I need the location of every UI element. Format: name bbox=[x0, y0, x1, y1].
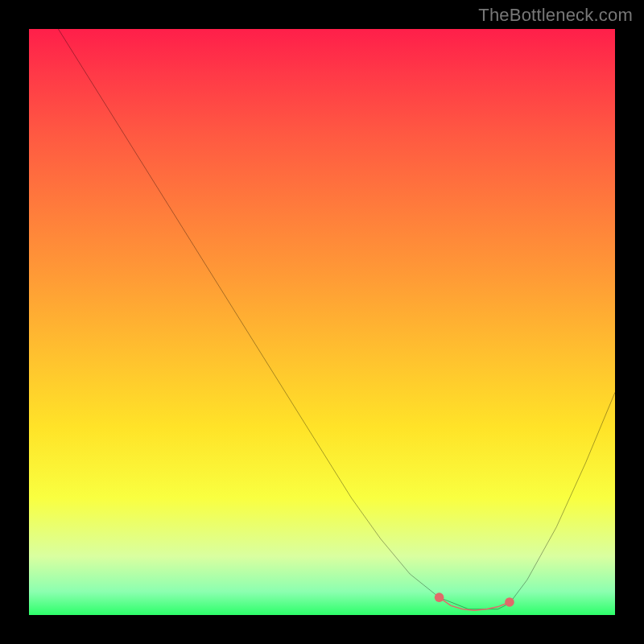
sweet-spot-end-right bbox=[505, 597, 514, 607]
bottleneck-curve bbox=[58, 29, 615, 609]
plot-area bbox=[29, 29, 615, 615]
curve-svg bbox=[29, 29, 615, 615]
chart-frame: TheBottleneck.com bbox=[0, 0, 644, 644]
sweet-spot-marker bbox=[440, 597, 510, 610]
watermark-text: TheBottleneck.com bbox=[478, 5, 633, 26]
sweet-spot-end-left bbox=[435, 592, 444, 602]
